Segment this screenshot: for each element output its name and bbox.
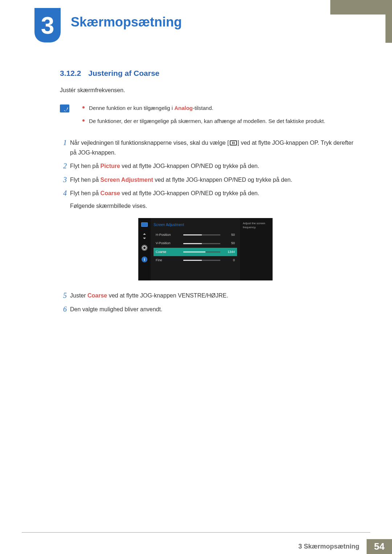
osd-slider bbox=[183, 260, 220, 261]
osd-row-label: V-Position bbox=[156, 241, 180, 246]
osd-row-value: 0 bbox=[223, 258, 235, 263]
osd-slider bbox=[183, 251, 220, 253]
step-number: 6 bbox=[60, 304, 70, 314]
note-icon bbox=[60, 104, 69, 112]
osd-settings-icon bbox=[141, 245, 148, 251]
osd-position-icon bbox=[141, 233, 148, 239]
osd-sidebar: i bbox=[138, 218, 151, 280]
step-text: Den valgte mulighed bliver anvendt. bbox=[70, 304, 358, 314]
osd-row-label: Coarse bbox=[156, 249, 180, 255]
chapter-number-tab: 3 bbox=[34, 8, 61, 42]
osd-screenshot: i Screen Adjustment H-Position50V-Positi… bbox=[138, 218, 273, 280]
osd-title: Screen Adjustment bbox=[154, 222, 237, 228]
step-4: 4 Flyt hen på Coarse ved at flytte JOG-k… bbox=[60, 188, 358, 287]
osd-slider bbox=[183, 234, 220, 235]
step-number: 1 bbox=[60, 138, 70, 157]
step-3: 3 Flyt hen på Screen Adjustment ved at f… bbox=[60, 175, 358, 185]
osd-slider bbox=[183, 243, 220, 244]
accent-analog: Analog bbox=[174, 105, 193, 111]
note-block: Denne funktion er kun tilgængelig i Anal… bbox=[60, 104, 358, 130]
step-number: 4 bbox=[60, 188, 70, 287]
step-text: Når vejledningen til funktionsknapperne … bbox=[70, 138, 358, 157]
chapter-title: Skærmopsætning bbox=[71, 15, 182, 30]
header-side-band bbox=[385, 15, 392, 43]
footer-chapter-label: 3 Skærmopsætning bbox=[291, 539, 367, 554]
osd-row: Coarse1344 bbox=[154, 248, 237, 256]
step-1: 1 Når vejledningen til funktionsknappern… bbox=[60, 138, 358, 157]
note-item: De funktioner, der er tilgængelige på sk… bbox=[82, 117, 325, 126]
step-text: Flyt hen på Screen Adjustment ved at fly… bbox=[70, 175, 358, 185]
osd-row: H-Position50 bbox=[154, 231, 237, 239]
step-number: 3 bbox=[60, 175, 70, 185]
osd-info-icon: i bbox=[141, 257, 148, 262]
footer: 3 Skærmopsætning 54 bbox=[0, 532, 392, 554]
section-number: 3.12.2 bbox=[60, 69, 81, 78]
osd-picture-icon bbox=[141, 222, 148, 227]
section-title: Justering af Coarse bbox=[88, 69, 159, 77]
osd-row-label: Fine bbox=[156, 258, 180, 263]
content-area: 3.12.2 Justering af Coarse Justér skærmf… bbox=[60, 69, 358, 318]
intro-text: Justér skærmfrekvensen. bbox=[60, 87, 358, 94]
step-2: 2 Flyt hen på Picture ved at flytte JOG-… bbox=[60, 161, 358, 171]
step-number: 2 bbox=[60, 161, 70, 171]
footer-divider bbox=[22, 532, 370, 533]
step-number: 5 bbox=[60, 291, 70, 300]
note-item: Denne funktion er kun tilgængelig i Anal… bbox=[82, 104, 325, 112]
step-6: 6 Den valgte mulighed bliver anvendt. bbox=[60, 304, 358, 314]
osd-row-label: H-Position bbox=[156, 232, 180, 238]
step-text: Flyt hen på Coarse ved at flytte JOG-kna… bbox=[70, 188, 358, 287]
chapter-number: 3 bbox=[41, 13, 54, 37]
note-list: Denne funktion er kun tilgængelig i Anal… bbox=[82, 104, 325, 130]
osd-row-value: 50 bbox=[223, 232, 235, 238]
step-text: Flyt hen på Picture ved at flytte JOG-kn… bbox=[70, 161, 358, 171]
header-accent-band bbox=[330, 0, 392, 15]
steps-list: 1 Når vejledningen til funktionsknappern… bbox=[60, 138, 358, 314]
page-number: 54 bbox=[367, 539, 392, 554]
osd-row-value: 1344 bbox=[223, 249, 235, 255]
osd-help-text: Adjust the screen frequency. bbox=[240, 218, 273, 280]
section-heading: 3.12.2 Justering af Coarse bbox=[60, 69, 358, 78]
osd-main: Screen Adjustment H-Position50V-Position… bbox=[151, 218, 240, 280]
osd-row-value: 50 bbox=[223, 241, 235, 246]
step-text: Juster Coarse ved at flytte JOG-knappen … bbox=[70, 291, 358, 300]
osd-row: Fine0 bbox=[154, 256, 237, 264]
osd-row: V-Position50 bbox=[154, 239, 237, 247]
step-5: 5 Juster Coarse ved at flytte JOG-knappe… bbox=[60, 291, 358, 300]
menu-icon bbox=[230, 140, 237, 145]
